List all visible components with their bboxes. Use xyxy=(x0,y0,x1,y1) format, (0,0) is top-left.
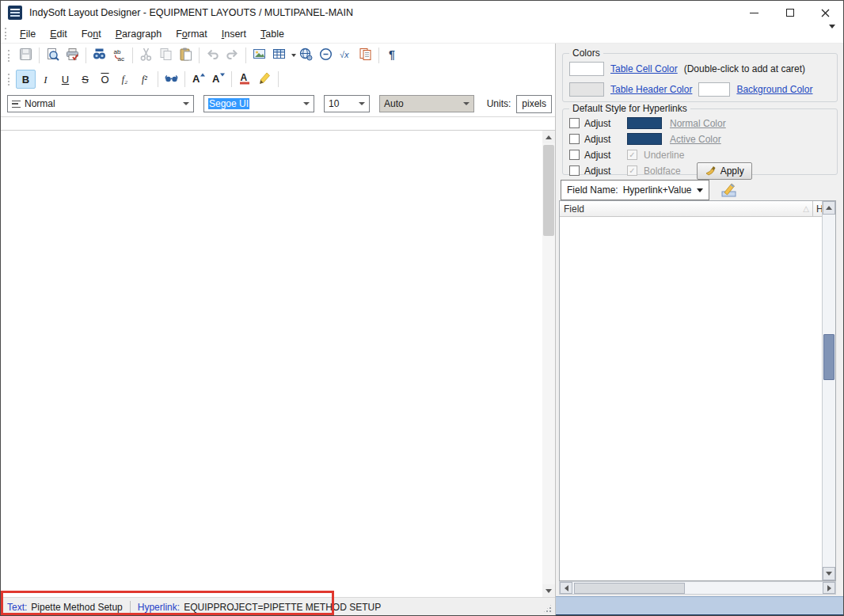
adjust-underline-checkbox[interactable] xyxy=(569,150,580,160)
print-icon xyxy=(65,47,80,64)
field-shading-button[interactable] xyxy=(162,70,181,89)
scroll-right-icon[interactable] xyxy=(823,582,835,594)
print-preview-button[interactable] xyxy=(43,46,63,65)
grow-font-button[interactable]: A xyxy=(188,70,208,89)
normal-color-swatch[interactable] xyxy=(627,117,662,129)
units-label: Units: xyxy=(487,98,511,109)
field-name-bar: Field Name: Hyperlink+Value xyxy=(561,180,738,200)
redo-button[interactable] xyxy=(222,46,242,65)
strikethrough-button[interactable]: S xyxy=(75,70,95,89)
menu-item-file[interactable]: File xyxy=(13,26,43,42)
field-name-value: Hyperlink+Value xyxy=(623,184,692,196)
grow-font-icon: A xyxy=(191,70,206,88)
table-cell-color-swatch[interactable] xyxy=(569,62,604,76)
bold-button[interactable]: B xyxy=(16,70,36,89)
menu-item-edit[interactable]: Edit xyxy=(43,26,74,42)
adjust-boldface-checkbox[interactable] xyxy=(569,165,580,176)
replace-button[interactable]: abac xyxy=(109,46,129,65)
pilcrow-button[interactable]: ¶ xyxy=(382,46,402,65)
apply-button[interactable]: Apply xyxy=(697,162,752,180)
scroll-up-icon[interactable] xyxy=(542,131,555,143)
font-size-select[interactable]: 10 xyxy=(324,95,370,112)
overline-button[interactable]: O xyxy=(95,70,115,89)
toolbar-drag-handle[interactable] xyxy=(5,28,7,40)
cut-button[interactable] xyxy=(136,46,156,65)
find-button[interactable] xyxy=(89,46,109,65)
toolbar-drag-handle[interactable] xyxy=(8,50,10,62)
scroll-down-icon[interactable] xyxy=(823,567,835,580)
menu-item-insert[interactable]: Insert xyxy=(215,26,253,42)
scroll-up-icon[interactable] xyxy=(823,201,835,215)
menu-item-format[interactable]: Format xyxy=(169,26,215,42)
table-header-color-link[interactable]: Table Header Color xyxy=(610,84,692,95)
menu-item-font[interactable]: Font xyxy=(74,26,108,42)
status-hyperlink-value: EQUIPPROJECT=PIPETTE METHOD SETUP xyxy=(184,602,381,613)
redo-icon xyxy=(225,47,240,64)
adjust-normal-checkbox[interactable] xyxy=(569,118,580,128)
active-color-swatch[interactable] xyxy=(627,133,662,145)
toolbar-separator xyxy=(245,48,246,63)
background-color-link[interactable]: Background Color xyxy=(736,84,812,95)
scroll-down-icon[interactable] xyxy=(542,584,555,597)
menu-overflow-icon[interactable] xyxy=(829,29,835,40)
document-canvas[interactable] xyxy=(1,131,542,597)
active-color-link[interactable]: Active Color xyxy=(670,134,721,145)
font-select[interactable]: Segoe UI xyxy=(203,95,314,112)
insert-table-button[interactable] xyxy=(269,46,289,65)
adjust-active-checkbox[interactable] xyxy=(569,134,580,144)
field-column-header[interactable]: Field xyxy=(564,203,584,215)
maximize-icon[interactable] xyxy=(772,1,808,25)
paste-button[interactable] xyxy=(176,46,196,65)
underline-icon: U xyxy=(62,74,69,85)
undo-button[interactable] xyxy=(203,46,222,65)
menu-item-paragraph[interactable]: Paragraph xyxy=(108,26,169,42)
normal-color-link[interactable]: Normal Color xyxy=(670,118,726,129)
scroll-left-icon[interactable] xyxy=(560,582,572,594)
copy-format-button[interactable] xyxy=(355,46,375,65)
close-icon[interactable] xyxy=(808,1,843,25)
font-color-button[interactable]: A xyxy=(235,70,255,89)
print-button[interactable] xyxy=(63,46,82,65)
adjust-label: Adjust xyxy=(584,134,619,145)
spacing-select[interactable]: Auto xyxy=(379,95,474,112)
shrink-font-button[interactable]: A xyxy=(208,70,228,89)
copy-button[interactable] xyxy=(156,46,176,65)
style-select[interactable]: Normal xyxy=(7,95,194,112)
units-value: pixels xyxy=(516,95,552,113)
hyperlink-column-header[interactable]: H xyxy=(812,201,822,216)
paragraph-style-icon xyxy=(12,101,21,108)
table-header-color-swatch[interactable] xyxy=(569,82,604,97)
background-color-swatch[interactable] xyxy=(698,82,730,97)
field-list-hscrollbar[interactable] xyxy=(559,581,836,595)
edit-field-icon[interactable] xyxy=(720,181,738,199)
underline-button[interactable]: U xyxy=(55,70,75,89)
scrollbar-thumb[interactable] xyxy=(823,334,834,380)
chevron-down-icon xyxy=(303,102,310,105)
insert-image-button[interactable] xyxy=(249,46,269,65)
insert-formula-button[interactable]: √x xyxy=(336,46,355,65)
adjust-label: Adjust xyxy=(584,118,619,129)
save-button[interactable] xyxy=(16,46,36,65)
italic-button[interactable]: I xyxy=(36,70,55,89)
replace-icon: abac xyxy=(112,47,127,64)
sort-icon xyxy=(803,204,809,213)
superscript-button[interactable]: f² xyxy=(135,70,154,89)
menu-item-table[interactable]: Table xyxy=(253,26,291,42)
toolbar-drag-handle[interactable] xyxy=(8,74,10,86)
scrollbar-thumb[interactable] xyxy=(574,583,685,594)
subscript-button[interactable]: f₂ xyxy=(115,70,135,89)
field-list-header[interactable]: Field H xyxy=(560,201,822,217)
field-list-scrollbar[interactable] xyxy=(822,201,835,580)
table-cell-color-link[interactable]: Table Cell Color xyxy=(610,63,678,74)
scrollbar-thumb[interactable] xyxy=(543,145,554,236)
highlight-color-button[interactable] xyxy=(255,70,275,89)
copy-format-icon xyxy=(358,47,373,64)
minimize-icon[interactable] xyxy=(736,1,772,25)
resize-grip-icon[interactable] xyxy=(542,603,553,614)
field-name-select[interactable]: Field Name: Hyperlink+Value xyxy=(561,180,709,200)
hyperlink-globe-button[interactable] xyxy=(296,46,316,65)
status-text-value: Pipette Method Setup xyxy=(31,602,122,613)
document-scrollbar[interactable] xyxy=(542,131,555,597)
insert-symbol-button[interactable] xyxy=(316,46,336,65)
italic-icon: I xyxy=(44,74,47,85)
